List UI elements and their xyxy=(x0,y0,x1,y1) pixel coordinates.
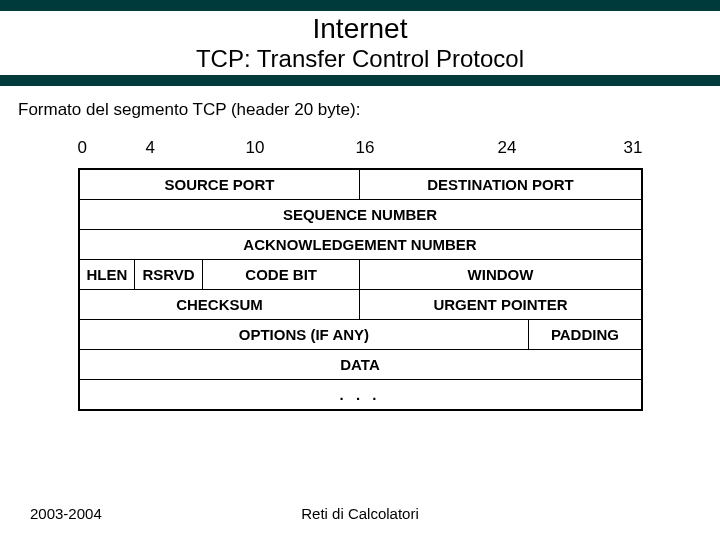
header-banner: Internet TCP: Transfer Control Protocol xyxy=(0,0,720,86)
footer-course: Reti di Calcolatori xyxy=(301,505,419,522)
description-text: Formato del segmento TCP (header 20 byte… xyxy=(18,100,702,120)
table-row: DATA xyxy=(79,350,642,380)
bit-label: 4 xyxy=(146,138,155,158)
field-ack-number: ACKNOWLEDGEMENT NUMBER xyxy=(79,230,642,260)
table-row: SEQUENCE NUMBER xyxy=(79,200,642,230)
page-title: Internet xyxy=(0,13,720,45)
table-row: . . . xyxy=(79,380,642,411)
bit-ruler: 0 4 10 16 24 31 xyxy=(78,138,643,162)
table-row: SOURCE PORT DESTINATION PORT xyxy=(79,169,642,200)
field-options: OPTIONS (IF ANY) xyxy=(79,320,529,350)
field-urgent-pointer: URGENT POINTER xyxy=(360,290,642,320)
bit-label: 31 xyxy=(624,138,643,158)
bit-label: 16 xyxy=(356,138,375,158)
table-row: CHECKSUM URGENT POINTER xyxy=(79,290,642,320)
content-area: Formato del segmento TCP (header 20 byte… xyxy=(0,86,720,411)
page-subtitle: TCP: Transfer Control Protocol xyxy=(0,45,720,73)
field-rsrvd: RSRVD xyxy=(135,260,203,290)
field-padding: PADDING xyxy=(529,320,642,350)
field-ellipsis: . . . xyxy=(79,380,642,411)
tcp-header-table: SOURCE PORT DESTINATION PORT SEQUENCE NU… xyxy=(78,168,643,411)
table-row: OPTIONS (IF ANY) PADDING xyxy=(79,320,642,350)
tcp-header-diagram: 0 4 10 16 24 31 SOURCE PORT DESTINATION … xyxy=(78,138,643,411)
bit-label: 24 xyxy=(498,138,517,158)
bit-label: 10 xyxy=(246,138,265,158)
table-row: HLEN RSRVD CODE BIT WINDOW xyxy=(79,260,642,290)
field-checksum: CHECKSUM xyxy=(79,290,360,320)
field-code-bit: CODE BIT xyxy=(202,260,360,290)
table-row: ACKNOWLEDGEMENT NUMBER xyxy=(79,230,642,260)
bit-label: 0 xyxy=(78,138,87,158)
header-strip: Internet TCP: Transfer Control Protocol xyxy=(0,11,720,75)
field-dest-port: DESTINATION PORT xyxy=(360,169,642,200)
field-source-port: SOURCE PORT xyxy=(79,169,360,200)
field-window: WINDOW xyxy=(360,260,642,290)
field-data: DATA xyxy=(79,350,642,380)
field-sequence-number: SEQUENCE NUMBER xyxy=(79,200,642,230)
field-hlen: HLEN xyxy=(79,260,135,290)
footer: 2003-2004 Reti di Calcolatori xyxy=(0,505,720,522)
footer-year: 2003-2004 xyxy=(0,505,102,522)
